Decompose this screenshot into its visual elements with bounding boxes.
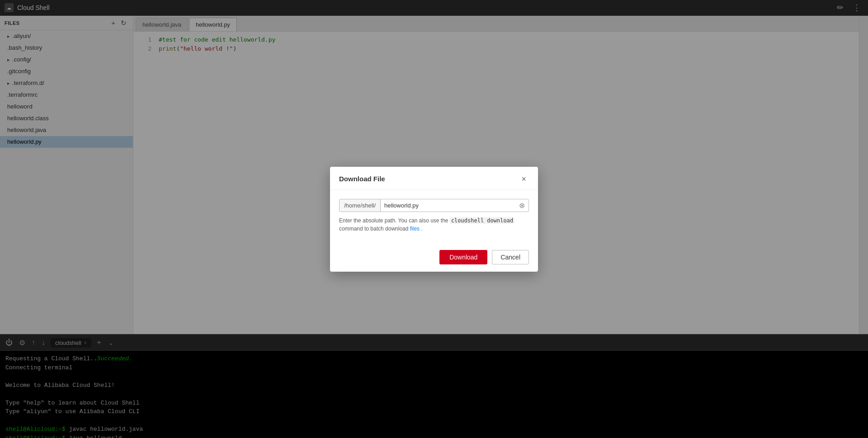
hint-suffix: .	[421, 226, 422, 232]
file-path-clear-button[interactable]: ⊗	[515, 201, 528, 210]
overlay: Download File × /home/shell/ ⊗ Enter the…	[0, 0, 868, 438]
dialog-header: Download File ×	[330, 167, 538, 190]
hint-command: command to batch download	[339, 226, 410, 232]
hint-code: cloudshell download	[450, 217, 514, 224]
file-path-input[interactable]	[381, 199, 515, 212]
hint-link[interactable]: files	[410, 226, 420, 232]
hint-text: Enter the absolute path. You can also us…	[339, 217, 448, 224]
dialog-hint: Enter the absolute path. You can also us…	[339, 217, 529, 233]
dialog-close-button[interactable]: ×	[519, 174, 529, 184]
cancel-button[interactable]: Cancel	[492, 250, 529, 264]
dialog-footer: Download Cancel	[330, 245, 538, 272]
download-button[interactable]: Download	[439, 250, 487, 264]
dialog-body: /home/shell/ ⊗ Enter the absolute path. …	[330, 190, 538, 245]
download-dialog: Download File × /home/shell/ ⊗ Enter the…	[330, 167, 538, 272]
file-path-row: /home/shell/ ⊗	[339, 199, 529, 212]
dialog-title: Download File	[339, 175, 385, 183]
file-path-prefix: /home/shell/	[340, 199, 381, 212]
